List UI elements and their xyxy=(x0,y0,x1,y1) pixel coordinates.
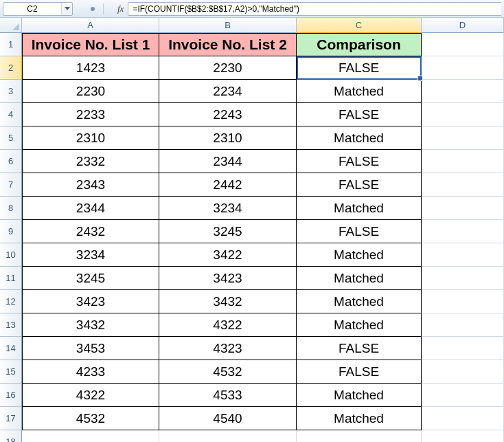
cell-B7[interactable]: 2442 xyxy=(159,173,297,197)
row-header-12[interactable]: 12 xyxy=(0,290,22,313)
col-header-D[interactable]: D xyxy=(422,18,504,33)
cell-D18[interactable] xyxy=(422,430,504,442)
cell-B18[interactable] xyxy=(159,430,297,442)
cell-A7[interactable]: 2343 xyxy=(22,173,159,197)
cell-B6[interactable]: 2344 xyxy=(159,150,297,173)
cell-B14[interactable]: 4323 xyxy=(159,337,297,360)
col-header-A[interactable]: A xyxy=(22,18,159,33)
cell-C15[interactable]: FALSE xyxy=(297,360,422,384)
cell-C16[interactable]: Matched xyxy=(297,384,422,407)
cell-B2[interactable]: 2230 xyxy=(159,56,297,80)
cell-D7[interactable] xyxy=(422,173,504,197)
row-header-8[interactable]: 8 xyxy=(0,197,22,220)
cell-B15[interactable]: 4532 xyxy=(159,360,297,384)
cell-C14[interactable]: FALSE xyxy=(297,337,422,360)
cell-B13[interactable]: 4322 xyxy=(159,313,297,337)
cell-A18[interactable] xyxy=(22,430,159,442)
cell-A3[interactable]: 2230 xyxy=(22,80,159,103)
cell-C8[interactable]: Matched xyxy=(297,197,422,220)
cell-A1[interactable]: Invoice No. List 1 xyxy=(22,33,159,56)
cell-A10[interactable]: 3234 xyxy=(22,243,159,267)
name-box[interactable] xyxy=(3,4,61,14)
cell-D11[interactable] xyxy=(422,267,504,290)
cell-C1[interactable]: Comparison xyxy=(297,33,422,56)
cell-B1[interactable]: Invoice No. List 2 xyxy=(159,33,297,56)
cell-A11[interactable]: 3245 xyxy=(22,267,159,290)
cell-B10[interactable]: 3422 xyxy=(159,243,297,267)
cell-D10[interactable] xyxy=(422,243,504,267)
cell-D4[interactable] xyxy=(422,103,504,126)
cell-C3[interactable]: Matched xyxy=(297,80,422,103)
row-header-9[interactable]: 9 xyxy=(0,220,22,243)
cell-A6[interactable]: 2332 xyxy=(22,150,159,173)
cell-A13[interactable]: 3432 xyxy=(22,313,159,337)
cell-A4[interactable]: 2233 xyxy=(22,103,159,126)
cell-C7[interactable]: FALSE xyxy=(297,173,422,197)
cell-D5[interactable] xyxy=(422,126,504,150)
cell-B8[interactable]: 3234 xyxy=(159,197,297,220)
cell-B11[interactable]: 3423 xyxy=(159,267,297,290)
cell-D14[interactable] xyxy=(422,337,504,360)
cell-D17[interactable] xyxy=(422,407,504,430)
row-header-17[interactable]: 17 xyxy=(0,407,22,430)
cell-D3[interactable] xyxy=(422,80,504,103)
cell-A12[interactable]: 3423 xyxy=(22,290,159,313)
cell-B3[interactable]: 2234 xyxy=(159,80,297,103)
cell-C5[interactable]: Matched xyxy=(297,126,422,150)
select-all-corner[interactable] xyxy=(0,18,22,33)
cell-A14[interactable]: 3453 xyxy=(22,337,159,360)
row-header-5[interactable]: 5 xyxy=(0,126,22,150)
cell-B9[interactable]: 3245 xyxy=(159,220,297,243)
row-header-16[interactable]: 16 xyxy=(0,384,22,407)
row-header-2[interactable]: 2 xyxy=(0,56,22,80)
cell-A8[interactable]: 2344 xyxy=(22,197,159,220)
cell-D2[interactable] xyxy=(422,56,504,80)
row-header-15[interactable]: 15 xyxy=(0,360,22,384)
cell-D13[interactable] xyxy=(422,313,504,337)
cell-C17[interactable]: Matched xyxy=(297,407,422,430)
name-box-dropdown[interactable] xyxy=(61,3,72,15)
col-header-B[interactable]: B xyxy=(159,18,297,33)
cell-C4[interactable]: FALSE xyxy=(297,103,422,126)
cell-D9[interactable] xyxy=(422,220,504,243)
row-header-1[interactable]: 1 xyxy=(0,33,22,56)
cell-A16[interactable]: 4322 xyxy=(22,384,159,407)
cell-D15[interactable] xyxy=(422,360,504,384)
cell-C2[interactable]: FALSE xyxy=(297,56,422,80)
cell-C11[interactable]: Matched xyxy=(297,267,422,290)
cell-C12[interactable]: Matched xyxy=(297,290,422,313)
cell-B17[interactable]: 4540 xyxy=(159,407,297,430)
cell-C18[interactable] xyxy=(297,430,422,442)
cell-D16[interactable] xyxy=(422,384,504,407)
cell-B4[interactable]: 2243 xyxy=(159,103,297,126)
row-header-13[interactable]: 13 xyxy=(0,313,22,337)
row-header-18[interactable]: 18 xyxy=(0,430,22,442)
drag-handle-icon[interactable] xyxy=(91,7,95,11)
cell-C10[interactable]: Matched xyxy=(297,243,422,267)
cell-D8[interactable] xyxy=(422,197,504,220)
cell-D6[interactable] xyxy=(422,150,504,173)
col-header-C[interactable]: C xyxy=(297,18,422,33)
cell-A2[interactable]: 1423 xyxy=(22,56,159,80)
cell-A9[interactable]: 2432 xyxy=(22,220,159,243)
cell-B16[interactable]: 4533 xyxy=(159,384,297,407)
cell-C9[interactable]: FALSE xyxy=(297,220,422,243)
cell-C13[interactable]: Matched xyxy=(297,313,422,337)
cell-A15[interactable]: 4233 xyxy=(22,360,159,384)
row-header-4[interactable]: 4 xyxy=(0,103,22,126)
cell-B5[interactable]: 2310 xyxy=(159,126,297,150)
formula-bar[interactable]: =IF(COUNTIF($B$2:$B$17,A2)>0,"Matched") xyxy=(128,2,501,16)
cell-D1[interactable] xyxy=(422,33,504,56)
cell-C6[interactable]: FALSE xyxy=(297,150,422,173)
row-header-14[interactable]: 14 xyxy=(0,337,22,360)
cell-A5[interactable]: 2310 xyxy=(22,126,159,150)
row-header-3[interactable]: 3 xyxy=(0,80,22,103)
row-header-11[interactable]: 11 xyxy=(0,267,22,290)
cell-B12[interactable]: 3432 xyxy=(159,290,297,313)
row-header-7[interactable]: 7 xyxy=(0,173,22,197)
row-header-10[interactable]: 10 xyxy=(0,243,22,267)
cell-A17[interactable]: 4532 xyxy=(22,407,159,430)
row-header-6[interactable]: 6 xyxy=(0,150,22,173)
cell-D12[interactable] xyxy=(422,290,504,313)
fx-icon[interactable]: fx xyxy=(117,3,124,14)
